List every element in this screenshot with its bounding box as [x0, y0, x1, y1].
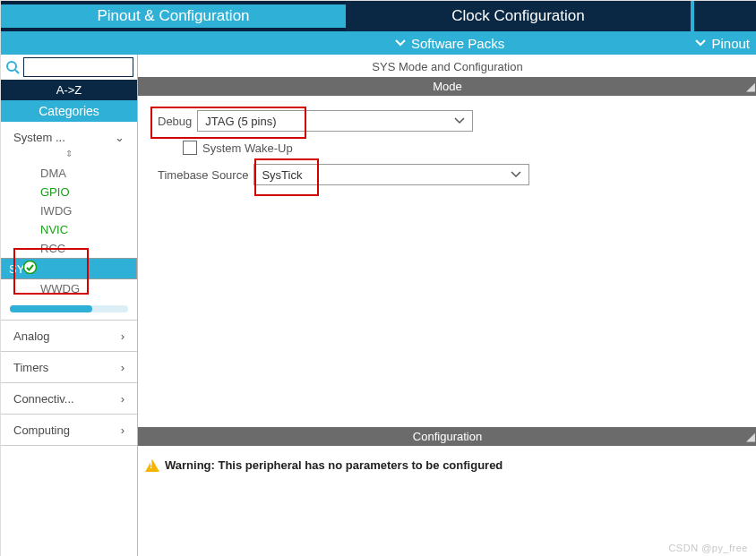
group-connectivity[interactable]: Connectiv...› — [1, 392, 137, 408]
search-icon[interactable] — [4, 59, 21, 75]
sidebar-item-sys[interactable]: SYS — [1, 258, 137, 279]
search-input[interactable] — [23, 57, 133, 77]
sidebar-item-iwdg[interactable]: IWDG — [1, 201, 137, 220]
sidebar-item-wwdg[interactable]: WWDG — [1, 279, 137, 298]
chevron-right-icon: › — [121, 423, 125, 437]
group-system-core[interactable]: System ... ⌄ — [1, 131, 137, 147]
chevron-down-icon — [511, 171, 521, 178]
svg-line-1 — [15, 70, 19, 73]
software-packs-label: Software Packs — [411, 36, 504, 51]
pinout-label: Pinout — [711, 36, 750, 51]
mode-header: Mode◢ — [138, 77, 756, 96]
group-computing[interactable]: Computing› — [1, 423, 137, 440]
timebase-label: Timebase Source — [158, 168, 248, 182]
panel-title: SYS Mode and Configuration — [138, 55, 756, 77]
group-label: Analog — [13, 329, 49, 343]
configuration-header: Configuration◢ — [138, 427, 756, 446]
chevron-right-icon: › — [121, 392, 125, 406]
group-timers[interactable]: Timers› — [1, 361, 137, 377]
pinout-dropdown[interactable]: Pinout — [695, 36, 750, 51]
sidebar-item-gpio[interactable]: GPIO — [1, 183, 137, 201]
resize-icon[interactable]: ◢ — [746, 430, 755, 443]
chevron-right-icon: › — [121, 361, 125, 374]
sidebar-item-dma[interactable]: DMA — [1, 164, 137, 183]
configuration-header-label: Configuration — [413, 430, 482, 443]
group-analog[interactable]: Analog› — [1, 329, 137, 346]
sort-az-button[interactable]: A->Z — [1, 80, 137, 100]
watermark: CSDN @py_free — [668, 543, 748, 553]
timebase-select[interactable]: SysTick — [253, 164, 529, 185]
pin-icon: ⇕ — [1, 149, 137, 158]
chevron-down-icon — [695, 39, 706, 47]
tab-stub — [694, 1, 756, 31]
debug-label: Debug — [158, 115, 192, 128]
warning-text: Warning: This peripheral has no paramete… — [165, 458, 503, 472]
resize-icon[interactable]: ◢ — [746, 80, 755, 93]
tab-clock-config[interactable]: Clock Configuration — [346, 1, 691, 31]
top-tabs: Pinout & Configuration Clock Configurati… — [1, 1, 756, 31]
group-label: System ... — [13, 131, 65, 144]
group-label: Computing — [13, 423, 70, 437]
sidebar-item-rcc[interactable]: RCC — [1, 239, 137, 258]
software-packs-dropdown[interactable]: Software Packs — [395, 36, 504, 51]
debug-select[interactable]: JTAG (5 pins) — [197, 110, 473, 132]
warning-message: ! Warning: This peripheral has no parame… — [145, 458, 750, 472]
scrollbar-thumb[interactable] — [10, 305, 92, 312]
mode-header-label: Mode — [433, 80, 462, 93]
chevron-down-icon — [395, 39, 406, 47]
debug-select-value: JTAG (5 pins) — [205, 115, 276, 128]
check-circle-icon — [23, 261, 37, 274]
system-wakeup-checkbox[interactable] — [183, 141, 197, 155]
chevron-down-icon: ⌄ — [115, 131, 125, 144]
chevron-right-icon: › — [121, 329, 125, 343]
svg-point-2 — [24, 261, 37, 274]
sidebar-item-nvic[interactable]: NVIC — [1, 220, 137, 239]
group-label: Connectiv... — [13, 392, 74, 406]
timebase-select-value: SysTick — [262, 168, 302, 182]
sub-toolbar: Software Packs Pinout — [1, 31, 756, 55]
group-label: Timers — [13, 361, 48, 374]
tab-pinout-config[interactable]: Pinout & Configuration — [1, 1, 346, 31]
system-wakeup-label: System Wake-Up — [202, 141, 293, 155]
categories-button[interactable]: Categories — [1, 100, 137, 122]
warning-icon: ! — [145, 459, 159, 472]
chevron-down-icon — [454, 117, 465, 124]
svg-point-0 — [7, 62, 16, 71]
main-panel: SYS Mode and Configuration Mode◢ Debug J… — [138, 55, 756, 556]
group-scrollbar[interactable] — [10, 305, 128, 312]
sidebar: A->Z Categories System ... ⌄ ⇕ DMA GPIO … — [1, 55, 138, 556]
